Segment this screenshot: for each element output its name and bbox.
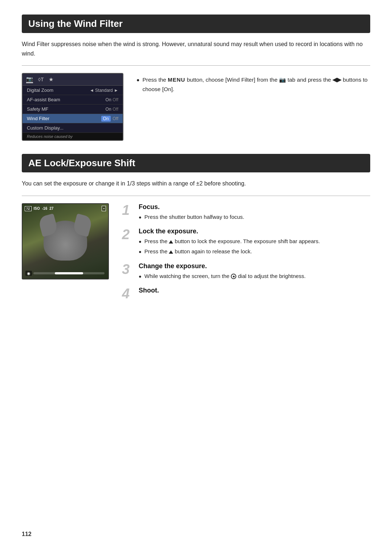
step-1-number: 1 [122,203,134,217]
wind-filter-instruction-text: Press the MENU button, choose [Wind Filt… [142,75,370,94]
step-1-title: Focus. [139,203,370,211]
hud-mode-box: ​7Z [25,206,32,211]
step-3-bullet-dot: ● [139,273,142,280]
step-2-bullet-dot-2: ● [139,248,142,255]
step-2-bullet-1: ● Press the button to lock the exposure.… [139,237,370,245]
camera-tab-star: ★ [49,76,53,83]
step-2-bullet-text-2: Press the button again to release the lo… [144,247,252,255]
exposure-bar [33,272,105,274]
bullet-dot: ● [136,76,139,84]
wind-filter-heading: Using the Wind Filter [22,15,370,33]
step-1-bullet-dot: ● [139,214,142,221]
steps-area: 1 Focus. ● Press the shutter button half… [122,203,370,307]
camera-tab-settings: ◊T [38,77,44,82]
step-3-number: 3 [122,262,134,276]
step-3-bullet-1: ● While watching the screen, turn the di… [139,272,370,280]
menu-label: MENU [168,77,185,83]
step-1-bullet-1: ● Press the shutter button halfway to fo… [139,213,370,221]
step-2-bullet-2: ● Press the button again to release the … [139,247,370,255]
step-2: 2 Lock the exposure. ● Press the button … [122,228,370,256]
step-4-number: 4 [122,287,134,300]
menu-item-digital-zoom: Digital Zoom ◄ Standard ► [23,86,123,95]
hud-right-box: ▪ [102,206,106,211]
step-2-bullet-dot-1: ● [139,238,142,245]
wind-filter-bullet: ● Press the MENU button, choose [Wind Fi… [136,75,370,94]
up-arrow-icon-1 [169,240,173,244]
exposure-bar-fill [55,272,83,274]
dial-icon [231,274,236,279]
ae-lock-divider [22,196,370,196]
menu-item-safety-mf: Safety MF On Off [23,105,123,114]
step-4-content: Shoot. [139,287,370,296]
hud-left: ​7Z ISO -16 27 [25,206,53,211]
camera-tabs: 📷 ◊T ★ [23,74,123,86]
step-3-title: Change the exposure. [139,262,370,270]
camera-viewfinder: ​7Z ISO -16 27 ▪ ◉ [22,203,109,279]
step-3: 3 Change the exposure. ● While watching … [122,262,370,280]
ae-lock-heading: AE Lock/Exposure Shift [22,154,370,172]
step-1-bullet-text: Press the shutter button halfway to focu… [144,213,244,221]
hud-right: ▪ [102,206,106,211]
ae-lock-intro: You can set the exposure or change it in… [22,179,370,188]
step-1: 1 Focus. ● Press the shutter button half… [122,203,370,221]
exposure-bar-area [33,272,105,274]
menu-item-custom-display: Custom Display... [23,123,123,133]
wind-filter-title: Using the Wind Filter [28,18,123,29]
viewfinder-mode-bottom: ◉ [25,270,32,276]
dog-silhouette [45,232,85,268]
wind-filter-divider [22,65,370,66]
camera-icon-inline: 📷 [279,77,286,83]
arrow-buttons: ◀▶ [332,77,341,83]
hud-time: 27 [49,207,53,210]
step-4-title: Shoot. [139,287,370,294]
step-2-title: Lock the exposure. [139,228,370,235]
step-2-bullet-text-1: Press the button to lock the exposure. T… [144,237,320,245]
up-arrow-icon-2 [169,250,173,254]
ae-lock-layout: ​7Z ISO -16 27 ▪ ◉ [22,203,370,307]
step-2-content: Lock the exposure. ● Press the button to… [139,228,370,256]
camera-menu-screen: 📷 ◊T ★ Digital Zoom ◄ Standard ► AF-assi… [22,73,123,141]
wind-filter-layout: 📷 ◊T ★ Digital Zoom ◄ Standard ► AF-assi… [22,73,370,141]
mode-icon: ◉ [25,271,32,276]
step-3-content: Change the exposure. ● While watching th… [139,262,370,280]
dial-center [233,275,234,277]
viewfinder-hud: ​7Z ISO -16 27 ▪ [25,206,106,211]
dog-body [44,221,87,261]
wind-filter-instruction: ● Press the MENU button, choose [Wind Fi… [136,73,370,96]
step-2-number: 2 [122,228,134,241]
camera-status-bar: Reduces noise caused by [23,133,123,140]
ae-lock-section: AE Lock/Exposure Shift You can set the e… [22,154,370,307]
menu-item-af-assist: AF-assist Beam On Off [23,95,123,105]
page-number: 112 [22,531,32,537]
hud-iso: ISO [34,207,40,210]
step-4: 4 Shoot. [122,287,370,300]
page: Using the Wind Filter Wind Filter suppre… [0,0,392,552]
hud-exposure: -16 [42,207,47,210]
wind-filter-intro: Wind Filter suppresses noise when the wi… [22,40,370,58]
ae-lock-title: AE Lock/Exposure Shift [28,158,135,168]
camera-tab-photo: 📷 [26,76,33,83]
step-3-bullet-text: While watching the screen, turn the dial… [144,272,306,280]
step-1-content: Focus. ● Press the shutter button halfwa… [139,203,370,221]
menu-item-wind-filter: Wind Filter On Off [23,114,123,123]
